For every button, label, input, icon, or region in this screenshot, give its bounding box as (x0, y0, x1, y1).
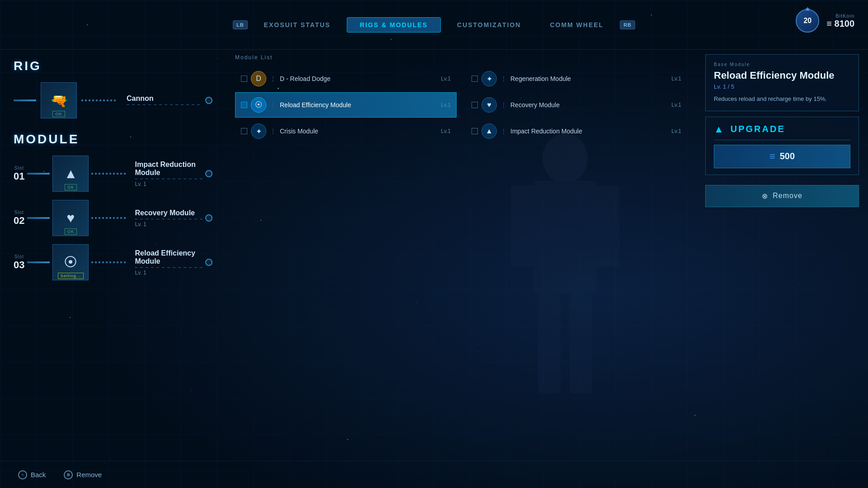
rig-name: Cannon (127, 95, 201, 103)
slot-03-connector-right (205, 259, 212, 266)
module-icon-4: ✦ (481, 71, 497, 86)
tab-customization[interactable]: CUSTOMIZATION (444, 18, 533, 32)
module-list-left-col: D ⋮ D - Reload Dodge Lv.1 ⦿ ⋮ Reload Eff… (235, 66, 457, 145)
upgrade-section: ▲ UPGRADE ≡ 500 (705, 117, 859, 175)
currency-bar: 20 BitKoin ≡ 8100 (796, 9, 854, 33)
rig-title: RIG (14, 59, 212, 73)
back-key: ○ (18, 470, 27, 479)
slot-02-num: 02 (14, 215, 24, 227)
remove-button[interactable]: ⊗ Remove (705, 185, 859, 207)
level-badge: 20 (796, 9, 819, 33)
slot-02-connector-right (205, 214, 212, 222)
slot-01-connector (27, 173, 50, 175)
svg-rect-4 (538, 294, 561, 393)
remove-label: Remove (773, 192, 802, 200)
dot-sep-1: ⋮ (270, 75, 276, 82)
module-lv-1: Lv.1 (441, 76, 451, 82)
rig-status-ok: OK (52, 111, 65, 117)
module-checkbox-2[interactable] (241, 102, 247, 108)
rig-connector-dots (81, 99, 118, 101)
slot-03-number: Slot 03 (14, 254, 24, 271)
bottom-remove-label: Remove (76, 471, 102, 479)
module-name-4: Regeneration Module (510, 75, 668, 82)
tab-exosuit-status[interactable]: EXOSUIT STATUS (251, 18, 343, 32)
module-slot-01: Slot 01 ▲ OK Impact Reduction Module Lv.… (14, 156, 212, 192)
bitkoin-display: BitKoin ≡ 8100 (826, 13, 854, 29)
remove-icon: ⊗ (762, 192, 768, 200)
slot-03-label: Slot (14, 254, 24, 259)
module-checkbox-3[interactable] (241, 128, 247, 134)
recovery-icon: ♥ (67, 210, 75, 226)
upgrade-button[interactable]: ▲ UPGRADE (714, 123, 850, 135)
bitkoin-label: BitKoin (835, 13, 854, 19)
module-list-item-1[interactable]: D ⋮ D - Reload Dodge Lv.1 (235, 66, 457, 91)
slot-02-status: OK (65, 228, 77, 235)
module-lv-4: Lv.1 (671, 76, 681, 82)
slot-03-icon-box[interactable]: ⦿ Setting... (52, 244, 89, 280)
module-icon-3: ✦ (251, 123, 266, 139)
module-icon-1: D (251, 71, 266, 86)
slot-03-info: Reload Efficiency Module Lv. 1 (130, 249, 203, 276)
rig-connector-bar (14, 99, 36, 101)
bottom-bar: ○ Back ⊗ Remove (0, 461, 868, 488)
rig-section: RIG 🔫 OK Cannon (14, 59, 212, 118)
slot-03-dots (91, 261, 127, 263)
cannon-icon: 🔫 (51, 93, 67, 109)
upgrade-icon: ▲ (714, 123, 725, 135)
module-list-header: Module List (235, 54, 687, 61)
cost-icon: ≡ (769, 151, 775, 162)
module-slot-03: Slot 03 ⦿ Setting... Reload Efficiency M… (14, 244, 212, 280)
upgrade-label: UPGRADE (731, 124, 785, 134)
slot-02-icon-box[interactable]: ♥ OK (52, 200, 89, 236)
rig-connector-dot (205, 97, 212, 104)
module-checkbox-4[interactable] (472, 76, 478, 82)
module-list-item-2[interactable]: ⦿ ⋮ Reload Efficiency Module Lv.1 (235, 92, 457, 118)
rig-slot: 🔫 OK Cannon (14, 82, 212, 118)
character-silhouette (497, 122, 633, 439)
back-button[interactable]: ○ Back (18, 470, 46, 479)
slot-02-name: Recovery Module (135, 209, 203, 217)
slot-02-divider (135, 219, 203, 219)
detail-card: Base Module Reload Efficiency Module Lv.… (705, 54, 859, 111)
svg-rect-5 (570, 294, 592, 393)
dot-sep-3: ⋮ (270, 128, 276, 135)
main-content: RIG 🔫 OK Cannon MODULE Sl (0, 50, 868, 488)
impact-reduction-icon: ▲ (64, 166, 78, 181)
rig-icon-box[interactable]: 🔫 OK (41, 82, 77, 118)
tab-rigs-modules[interactable]: RIGS & MODULES (347, 17, 441, 33)
module-icon-2: ⦿ (251, 97, 266, 113)
slot-01-status: OK (65, 184, 77, 190)
slot-01-label: Slot (14, 166, 24, 171)
slot-02-info: Recovery Module Lv. 1 (130, 209, 203, 227)
right-panel: Base Module Reload Efficiency Module Lv.… (696, 50, 868, 488)
bottom-remove-button[interactable]: ⊗ Remove (64, 470, 102, 479)
slot-03-name: Reload Efficiency Module (135, 249, 203, 265)
slot-02-connector (27, 217, 50, 219)
module-name-1: D - Reload Dodge (280, 75, 437, 82)
dot-sep-4: ⋮ (500, 75, 507, 82)
module-checkbox-1[interactable] (241, 76, 247, 82)
module-name-2: Reload Efficiency Module (280, 101, 437, 109)
slot-02-dots (91, 217, 127, 219)
slot-01-num: 01 (14, 171, 24, 182)
tab-comm-wheel[interactable]: COMM WHEEL (537, 18, 616, 32)
key-rb[interactable]: RB (620, 20, 635, 29)
key-lb[interactable]: LB (233, 20, 248, 29)
module-list-item-3[interactable]: ✦ ⋮ Crisis Module Lv.1 (235, 118, 457, 144)
character-display-area (434, 99, 696, 461)
rig-divider (127, 104, 201, 105)
cost-button[interactable]: ≡ 500 (714, 145, 850, 168)
slot-03-num: 03 (14, 259, 24, 271)
dot-sep-2: ⋮ (270, 101, 276, 109)
detail-tag: Base Module (714, 62, 850, 67)
slot-02-label: Slot (14, 210, 24, 215)
slot-01-icon-box[interactable]: ▲ OK (52, 156, 89, 192)
svg-rect-1 (533, 181, 597, 294)
slot-03-divider (135, 267, 203, 268)
slot-02-level: Lv. 1 (135, 221, 203, 227)
slot-01-level: Lv. 1 (135, 181, 203, 187)
module-list-item-4[interactable]: ✦ ⋮ Regeneration Module Lv.1 (466, 66, 687, 91)
svg-point-0 (542, 133, 588, 183)
svg-rect-3 (594, 185, 619, 267)
module-title: MODULE (14, 132, 212, 147)
